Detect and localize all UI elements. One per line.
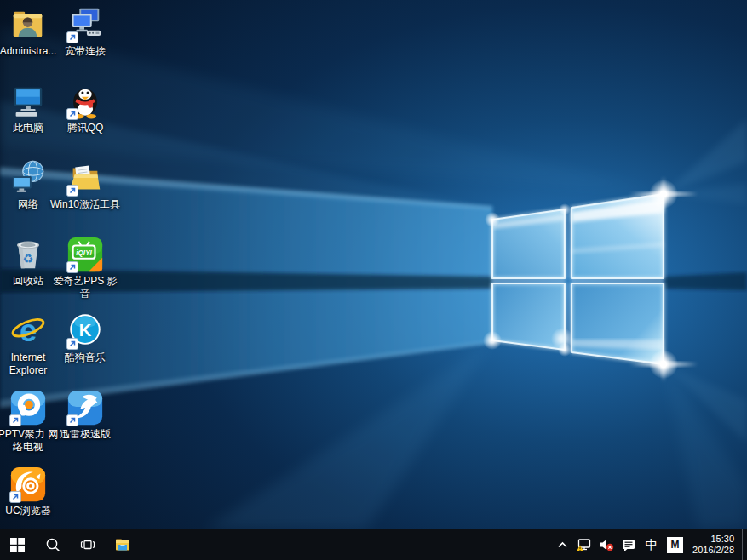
ime-chinese-indicator: 中 [643, 537, 660, 553]
svg-text:K: K [79, 321, 92, 340]
svg-text:♻: ♻ [23, 252, 34, 266]
desktop[interactable]: Administra... 此电脑 网络 [0, 0, 747, 529]
network-globe-icon [9, 158, 48, 197]
task-view-icon [80, 537, 95, 552]
tray-ime-letter[interactable]: M [664, 529, 687, 560]
icon-label: UC浏览器 [0, 505, 63, 517]
taskbar: 中 M 15:30 2016/2/28 [0, 529, 747, 560]
icon-label: 腾讯QQ [50, 122, 120, 134]
system-tray: 中 M 15:30 2016/2/28 [553, 529, 747, 560]
icon-label: 宽带连接 [50, 45, 120, 58]
icon-label: 爱奇艺PPS 影音 [50, 275, 120, 300]
network-warning-icon [576, 538, 592, 552]
search-icon [45, 537, 60, 552]
chevron-up-icon [556, 539, 569, 551]
tray-network-status[interactable] [572, 529, 595, 560]
icon-label: Win10激活工具 [50, 198, 120, 211]
desktop-icon-recycle-bin[interactable]: ♻ 回收站 [0, 235, 58, 288]
icon-label: 迅雷极速版 [50, 428, 120, 441]
desktop-icon-win10-activator[interactable]: Win10激活工具 [55, 158, 115, 211]
shortcut-arrow-icon [66, 338, 78, 350]
svg-text:iQIYI: iQIYI [76, 249, 92, 257]
computer-icon [9, 82, 48, 121]
internet-explorer-icon: e [9, 311, 48, 351]
tray-ime-mode[interactable]: 中 [640, 529, 664, 560]
file-explorer-icon [114, 537, 131, 552]
desktop-icon-broadband[interactable]: 宽带连接 [55, 5, 115, 58]
ime-letter-indicator: M [667, 537, 683, 553]
desktop-icon-network[interactable]: 网络 [0, 158, 58, 211]
task-view-button[interactable] [70, 529, 105, 560]
clock-date: 2016/2/28 [692, 545, 734, 556]
svg-text:e: e [20, 313, 37, 348]
shortcut-arrow-icon [9, 491, 21, 503]
tray-action-center[interactable] [618, 529, 640, 560]
recycle-bin-icon: ♻ [9, 235, 48, 274]
shortcut-arrow-icon [66, 108, 78, 120]
shortcut-arrow-icon [66, 185, 78, 197]
show-desktop-button[interactable] [742, 529, 747, 560]
windows-logo-icon [10, 538, 25, 552]
clock-time: 15:30 [692, 534, 734, 545]
desktop-icon-kugou[interactable]: K 酷狗音乐 [55, 311, 115, 364]
file-explorer-button[interactable] [105, 529, 140, 560]
taskbar-clock[interactable]: 15:30 2016/2/28 [687, 534, 742, 556]
search-button[interactable] [35, 529, 70, 560]
tray-show-hidden-icons[interactable] [553, 529, 572, 560]
shortcut-arrow-icon [9, 414, 21, 426]
desktop-icon-internet-explorer[interactable]: e Internet Explorer [0, 311, 58, 377]
icon-label: 酷狗音乐 [50, 351, 120, 364]
windows-desktop-screen: { "desktop": { "icons": [ {"id":"adminis… [0, 0, 747, 560]
volume-muted-icon [599, 538, 614, 551]
desktop-icon-uc-browser[interactable]: UC浏览器 [0, 465, 58, 517]
start-button[interactable] [0, 529, 35, 560]
user-folder-icon [9, 5, 48, 44]
taskbar-buttons [0, 529, 140, 560]
tray-volume[interactable] [595, 529, 618, 560]
desktop-icon-qq[interactable]: 腾讯QQ [55, 82, 115, 134]
desktop-icon-pptv[interactable]: PPTV聚力 网络电视 [0, 388, 58, 454]
desktop-icon-iqiyi-pps[interactable]: iQIYI 爱奇艺PPS 影音 [55, 235, 115, 300]
shortcut-arrow-icon [66, 414, 78, 426]
shortcut-arrow-icon [66, 31, 78, 43]
desktop-icon-xunlei[interactable]: 迅雷极速版 [55, 388, 115, 441]
shortcut-arrow-icon [66, 261, 78, 273]
action-center-icon [621, 538, 636, 552]
desktop-icon-this-pc[interactable]: 此电脑 [0, 82, 58, 134]
desktop-icon-administrator[interactable]: Administra... [0, 5, 58, 58]
